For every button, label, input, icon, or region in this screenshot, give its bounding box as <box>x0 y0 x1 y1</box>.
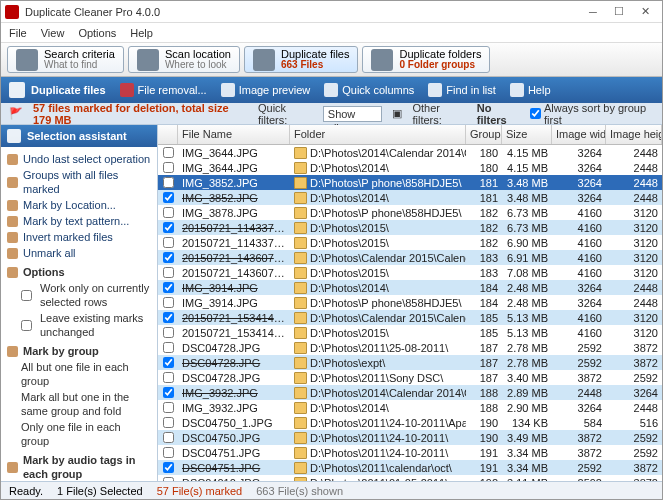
cell-filename: IMG_3644.JPG <box>178 162 290 174</box>
row-checkbox[interactable] <box>163 147 174 158</box>
cell-filename: DSC04750_1.JPG <box>178 417 290 429</box>
cell-folder: D:\Photos\P phone\858HDJE5\ <box>290 207 466 219</box>
row-checkbox[interactable] <box>163 372 174 383</box>
row-checkbox[interactable] <box>163 297 174 308</box>
row-checkbox[interactable] <box>163 192 174 203</box>
table-row[interactable]: 20150721_143607.jpgD:\Photos\2015\1837.0… <box>158 265 662 280</box>
row-checkbox[interactable] <box>163 447 174 458</box>
row-checkbox[interactable] <box>163 417 174 428</box>
table-row[interactable]: 20150721_153414.jpgD:\Photos\Calendar 20… <box>158 310 662 325</box>
table-row[interactable]: DSC04750.JPGD:\Photos\2011\24-10-2011\19… <box>158 430 662 445</box>
side-work-only-on-currently-selecte[interactable]: Work only on currently selected rows <box>1 280 157 310</box>
grid-body[interactable]: IMG_3644.JPGD:\Photos\2014\Calendar 2014… <box>158 145 662 481</box>
filter-icon[interactable]: ▣ <box>392 107 402 120</box>
close-button[interactable]: ✕ <box>632 5 658 18</box>
tab-duplicate-files[interactable]: Duplicate files663 Files <box>244 46 358 73</box>
table-row[interactable]: IMG_3914.JPGD:\Photos\P phone\858HDJE5\1… <box>158 295 662 310</box>
side-mark-by-group[interactable]: Mark by group <box>1 343 157 359</box>
side-leave-existing-marks-unchanged[interactable]: Leave existing marks unchanged <box>1 310 157 340</box>
minimize-button[interactable]: ─ <box>580 6 606 18</box>
selection-assistant-header: Selection assistant <box>1 125 157 147</box>
cell-folder: D:\Photos\2014\ <box>290 282 466 294</box>
side-mark-by-text-pattern-[interactable]: Mark by text pattern... <box>1 213 157 229</box>
table-row[interactable]: IMG_3644.JPGD:\Photos\2014\1804.15 MB326… <box>158 160 662 175</box>
tool-quick-columns[interactable]: Quick columns <box>324 83 414 97</box>
cell-height: 2448 <box>606 297 662 309</box>
row-checkbox[interactable] <box>163 462 174 473</box>
row-checkbox[interactable] <box>163 387 174 398</box>
col-image-height[interactable]: Image height <box>606 125 662 144</box>
menu-view[interactable]: View <box>41 27 65 39</box>
row-checkbox[interactable] <box>163 342 174 353</box>
col-filename[interactable]: File Name <box>178 125 290 144</box>
row-checkbox[interactable] <box>163 327 174 338</box>
table-row[interactable]: DSC04751.JPGD:\Photos\2011\calendar\oct\… <box>158 460 662 475</box>
table-row[interactable]: DSC04728.JPGD:\Photos\expt\1872.78 MB259… <box>158 355 662 370</box>
row-checkbox[interactable] <box>163 402 174 413</box>
side-mark-all-but-one-in-the-same-g[interactable]: Mark all but one in the same group and f… <box>1 389 157 419</box>
row-checkbox[interactable] <box>163 282 174 293</box>
side-mark-by-location-[interactable]: Mark by Location... <box>1 197 157 213</box>
row-checkbox[interactable] <box>163 432 174 443</box>
row-checkbox[interactable] <box>163 252 174 263</box>
row-checkbox[interactable] <box>163 222 174 233</box>
cell-filename: IMG_3852.JPG <box>178 177 290 189</box>
tool-image-preview[interactable]: Image preview <box>221 83 311 97</box>
tool-find-in-list[interactable]: Find in list <box>428 83 496 97</box>
table-row[interactable]: DSC04750_1.JPGD:\Photos\2011\24-10-2011\… <box>158 415 662 430</box>
table-row[interactable]: 20150721_114337.jpgD:\Photos\2015\1826.9… <box>158 235 662 250</box>
side-options[interactable]: Options <box>1 264 157 280</box>
cell-width: 3264 <box>552 402 606 414</box>
cell-size: 2.78 MB <box>502 342 552 354</box>
table-row[interactable]: 20150721_114337.jpgD:\Photos\2015\1826.7… <box>158 220 662 235</box>
side-mark-by-audio-tags-in-each-gro[interactable]: Mark by audio tags in each group <box>1 452 157 481</box>
row-checkbox[interactable] <box>163 177 174 188</box>
table-row[interactable]: DSC04728.JPGD:\Photos\2011\Sony DSC\1873… <box>158 370 662 385</box>
row-checkbox[interactable] <box>163 267 174 278</box>
table-row[interactable]: IMG_3878.JPGD:\Photos\P phone\858HDJE5\1… <box>158 205 662 220</box>
maximize-button[interactable]: ☐ <box>606 5 632 18</box>
cell-folder: D:\Photos\expt\ <box>290 357 466 369</box>
table-row[interactable]: IMG_3932.JPGD:\Photos\2014\1882.90 MB326… <box>158 400 662 415</box>
side-all-but-one-file-in-each-group[interactable]: All but one file in each group <box>1 359 157 389</box>
table-row[interactable]: IMG_3932.JPGD:\Photos\2014\Calendar 2014… <box>158 385 662 400</box>
row-checkbox[interactable] <box>163 162 174 173</box>
tab-duplicate-folders[interactable]: Duplicate folders0 Folder groups <box>362 46 490 73</box>
col-folder[interactable]: Folder <box>290 125 466 144</box>
col-image-width[interactable]: Image width <box>552 125 606 144</box>
grid-header[interactable]: File Name Folder Group Size Image width … <box>158 125 662 145</box>
tab-scan-location[interactable]: Scan locationWhere to look <box>128 46 240 73</box>
cell-size: 3.34 MB <box>502 462 552 474</box>
cell-width: 2592 <box>552 462 606 474</box>
menu-file[interactable]: File <box>9 27 27 39</box>
table-row[interactable]: DSC04751.JPGD:\Photos\2011\24-10-2011\19… <box>158 445 662 460</box>
row-checkbox[interactable] <box>163 207 174 218</box>
side-unmark-all[interactable]: Unmark all <box>1 245 157 261</box>
row-checkbox[interactable] <box>163 237 174 248</box>
table-row[interactable]: IMG_3852.JPGD:\Photos\2014\1813.48 MB326… <box>158 190 662 205</box>
table-row[interactable]: IMG_3852.JPGD:\Photos\P phone\858HDJE5\1… <box>158 175 662 190</box>
sort-group-first-checkbox[interactable]: Always sort by group first <box>530 102 654 126</box>
quick-filters-select[interactable]: Show all <box>323 106 383 122</box>
side-undo-last-select-operation[interactable]: Undo last select operation <box>1 151 157 167</box>
col-group[interactable]: Group <box>466 125 502 144</box>
row-checkbox[interactable] <box>163 312 174 323</box>
table-row[interactable]: IMG_3914.JPGD:\Photos\2014\1842.48 MB326… <box>158 280 662 295</box>
cell-group: 182 <box>466 222 502 234</box>
row-checkbox[interactable] <box>163 357 174 368</box>
table-row[interactable]: 20150721_153414.jpgD:\Photos\2015\1855.1… <box>158 325 662 340</box>
side-invert-marked-files[interactable]: Invert marked files <box>1 229 157 245</box>
cell-filename: DSC04728.JPG <box>178 357 290 369</box>
tool-file-removal-[interactable]: File removal... <box>120 83 207 97</box>
col-check[interactable] <box>158 125 178 144</box>
tool-help[interactable]: Help <box>510 83 551 97</box>
table-row[interactable]: IMG_3644.JPGD:\Photos\2014\Calendar 2014… <box>158 145 662 160</box>
menu-options[interactable]: Options <box>78 27 116 39</box>
table-row[interactable]: 20150721_143607.jpgD:\Photos\Calendar 20… <box>158 250 662 265</box>
side-groups-with-all-files-marked[interactable]: Groups with all files marked <box>1 167 157 197</box>
tab-search-criteria[interactable]: Search criteriaWhat to find <box>7 46 124 73</box>
table-row[interactable]: DSC04728.JPGD:\Photos\2011\25-08-2011\18… <box>158 340 662 355</box>
menu-help[interactable]: Help <box>130 27 153 39</box>
col-size[interactable]: Size <box>502 125 552 144</box>
side-only-one-file-in-each-group[interactable]: Only one file in each group <box>1 419 157 449</box>
